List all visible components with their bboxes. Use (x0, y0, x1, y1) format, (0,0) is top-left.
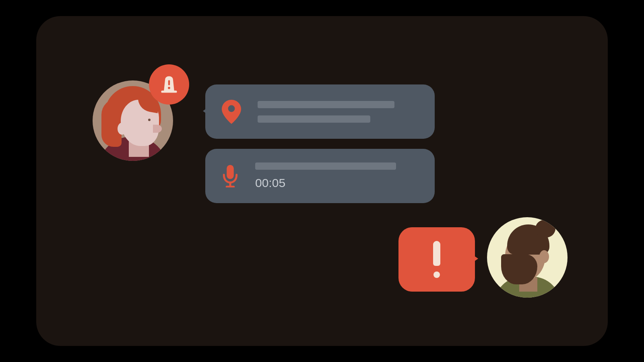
svg-point-3 (228, 105, 235, 112)
message-audio[interactable]: 00:05 (205, 149, 435, 203)
avatar-right-illustration (487, 217, 568, 298)
svg-rect-4 (227, 165, 234, 179)
audio-content: 00:05 (255, 162, 419, 190)
svg-point-2 (168, 87, 170, 89)
chat-panel: 00:05 (36, 16, 608, 346)
message-location[interactable] (205, 84, 435, 139)
alert-badge[interactable] (149, 64, 189, 105)
location-pin-icon (221, 100, 242, 124)
siren-icon (159, 74, 180, 95)
audio-waveform-placeholder (255, 162, 396, 170)
svg-rect-0 (161, 90, 177, 93)
audio-duration: 00:05 (255, 176, 419, 190)
microphone-icon (221, 165, 239, 187)
svg-rect-1 (168, 80, 170, 85)
location-text-placeholder (258, 101, 419, 123)
exclamation-icon (433, 241, 440, 278)
message-alert[interactable] (398, 227, 475, 292)
avatar-right[interactable] (487, 217, 568, 298)
